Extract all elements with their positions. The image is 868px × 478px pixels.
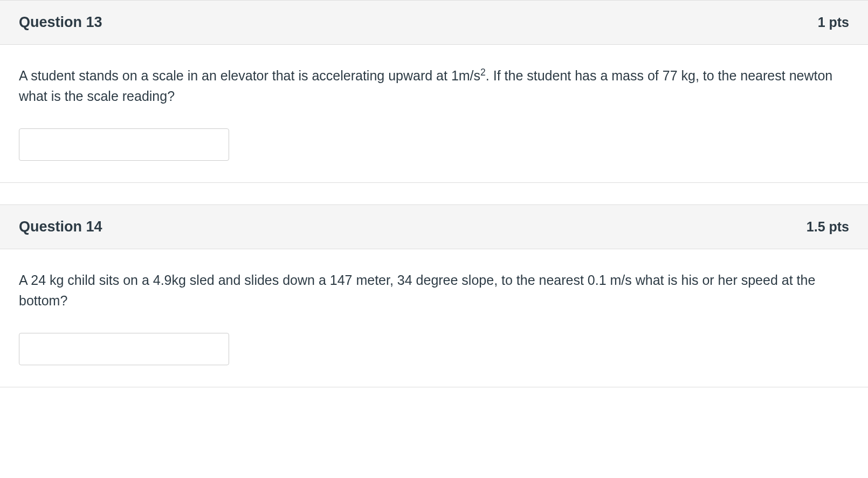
question-body: A 24 kg child sits on a 4.9kg sled and s… bbox=[0, 249, 868, 387]
question-title: Question 13 bbox=[19, 11, 102, 33]
question-block-14: Question 14 1.5 pts A 24 kg child sits o… bbox=[0, 204, 868, 387]
question-text-pre: A student stands on a scale in an elevat… bbox=[19, 68, 480, 83]
answer-input[interactable] bbox=[19, 128, 229, 161]
question-header: Question 13 1 pts bbox=[0, 1, 868, 45]
question-title: Question 14 bbox=[19, 216, 102, 238]
question-text: A 24 kg child sits on a 4.9kg sled and s… bbox=[19, 270, 849, 312]
answer-input[interactable] bbox=[19, 333, 229, 365]
question-body: A student stands on a scale in an elevat… bbox=[0, 45, 868, 183]
question-text-pre: A 24 kg child sits on a 4.9kg sled and s… bbox=[19, 272, 815, 309]
question-points: 1 pts bbox=[818, 12, 849, 33]
question-points: 1.5 pts bbox=[807, 217, 849, 237]
question-text: A student stands on a scale in an elevat… bbox=[19, 65, 849, 107]
question-header: Question 14 1.5 pts bbox=[0, 205, 868, 249]
question-block-13: Question 13 1 pts A student stands on a … bbox=[0, 0, 868, 183]
question-text-sup: 2 bbox=[480, 66, 486, 77]
